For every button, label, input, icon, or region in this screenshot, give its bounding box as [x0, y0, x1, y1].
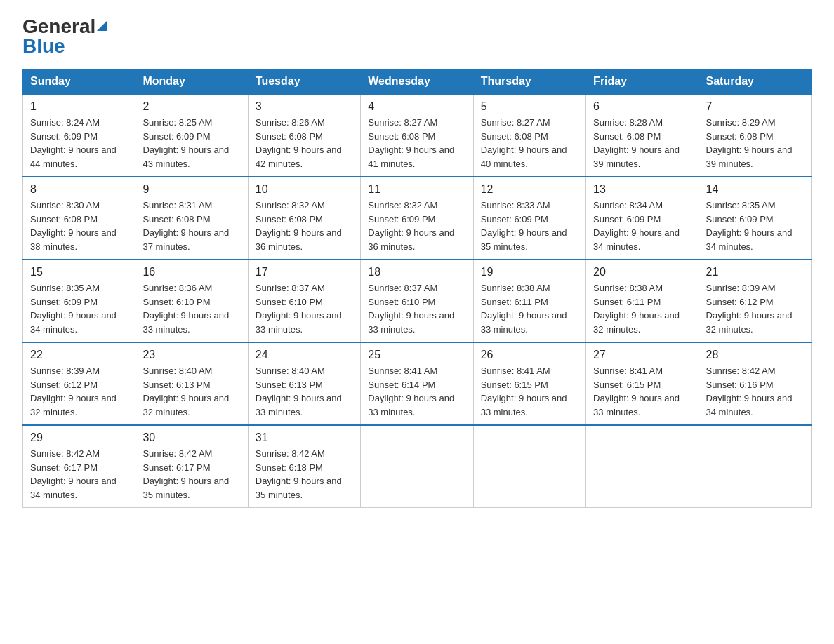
day-number: 5 [481, 100, 578, 113]
day-info: Sunrise: 8:39 AMSunset: 6:12 PMDaylight:… [30, 365, 117, 417]
day-number: 8 [30, 183, 128, 196]
day-info: Sunrise: 8:41 AMSunset: 6:15 PMDaylight:… [481, 365, 567, 417]
calendar-cell [473, 425, 585, 508]
day-number: 27 [593, 349, 691, 361]
calendar-cell: 22 Sunrise: 8:39 AMSunset: 6:12 PMDaylig… [23, 342, 135, 425]
calendar-cell [699, 425, 811, 508]
day-info: Sunrise: 8:32 AMSunset: 6:08 PMDaylight:… [256, 200, 342, 252]
weekday-header-wednesday: Wednesday [361, 69, 473, 95]
calendar-cell: 17 Sunrise: 8:37 AMSunset: 6:10 PMDaylig… [248, 260, 360, 342]
day-number: 19 [481, 266, 578, 279]
day-number: 11 [368, 183, 465, 196]
day-number: 31 [256, 431, 353, 444]
day-number: 4 [368, 100, 465, 113]
calendar-cell: 9 Sunrise: 8:31 AMSunset: 6:08 PMDayligh… [135, 177, 248, 260]
day-info: Sunrise: 8:31 AMSunset: 6:08 PMDaylight:… [143, 200, 229, 252]
logo-triangle-icon [97, 21, 107, 31]
day-number: 24 [256, 349, 353, 361]
day-info: Sunrise: 8:38 AMSunset: 6:11 PMDaylight:… [593, 283, 680, 335]
day-info: Sunrise: 8:32 AMSunset: 6:09 PMDaylight:… [368, 200, 454, 252]
day-info: Sunrise: 8:27 AMSunset: 6:08 PMDaylight:… [368, 117, 454, 169]
day-number: 20 [593, 266, 691, 279]
day-info: Sunrise: 8:40 AMSunset: 6:13 PMDaylight:… [143, 365, 229, 417]
weekday-header-monday: Monday [135, 69, 248, 95]
day-number: 14 [706, 183, 804, 196]
calendar-cell: 25 Sunrise: 8:41 AMSunset: 6:14 PMDaylig… [361, 342, 473, 425]
day-number: 9 [143, 183, 240, 196]
calendar-cell: 21 Sunrise: 8:39 AMSunset: 6:12 PMDaylig… [699, 260, 811, 342]
day-number: 23 [143, 349, 240, 361]
day-info: Sunrise: 8:42 AMSunset: 6:17 PMDaylight:… [143, 448, 229, 500]
day-info: Sunrise: 8:29 AMSunset: 6:08 PMDaylight:… [706, 117, 793, 169]
logo: General Blue [22, 17, 107, 56]
day-info: Sunrise: 8:34 AMSunset: 6:09 PMDaylight:… [593, 200, 680, 252]
day-info: Sunrise: 8:37 AMSunset: 6:10 PMDaylight:… [368, 283, 454, 335]
calendar-body: 1 Sunrise: 8:24 AMSunset: 6:09 PMDayligh… [23, 94, 812, 508]
day-number: 1 [30, 100, 128, 113]
calendar-week-row: 22 Sunrise: 8:39 AMSunset: 6:12 PMDaylig… [23, 342, 812, 425]
calendar-cell [586, 425, 699, 508]
page-header: General Blue [22, 17, 812, 56]
day-number: 15 [30, 266, 128, 279]
calendar-cell: 14 Sunrise: 8:35 AMSunset: 6:09 PMDaylig… [699, 177, 811, 260]
day-info: Sunrise: 8:41 AMSunset: 6:14 PMDaylight:… [368, 365, 454, 417]
day-info: Sunrise: 8:27 AMSunset: 6:08 PMDaylight:… [481, 117, 567, 169]
day-number: 28 [706, 349, 804, 361]
day-number: 12 [481, 183, 578, 196]
day-number: 7 [706, 100, 804, 113]
calendar-week-row: 1 Sunrise: 8:24 AMSunset: 6:09 PMDayligh… [23, 94, 812, 177]
day-info: Sunrise: 8:38 AMSunset: 6:11 PMDaylight:… [481, 283, 567, 335]
calendar-table: SundayMondayTuesdayWednesdayThursdayFrid… [22, 69, 812, 508]
calendar-cell: 13 Sunrise: 8:34 AMSunset: 6:09 PMDaylig… [586, 177, 699, 260]
day-number: 26 [481, 349, 578, 361]
day-info: Sunrise: 8:36 AMSunset: 6:10 PMDaylight:… [143, 283, 229, 335]
calendar-cell: 31 Sunrise: 8:42 AMSunset: 6:18 PMDaylig… [248, 425, 360, 508]
calendar-cell: 11 Sunrise: 8:32 AMSunset: 6:09 PMDaylig… [361, 177, 473, 260]
calendar-cell: 10 Sunrise: 8:32 AMSunset: 6:08 PMDaylig… [248, 177, 360, 260]
calendar-cell: 28 Sunrise: 8:42 AMSunset: 6:16 PMDaylig… [699, 342, 811, 425]
day-number: 22 [30, 349, 128, 361]
calendar-cell: 27 Sunrise: 8:41 AMSunset: 6:15 PMDaylig… [586, 342, 699, 425]
weekday-header-thursday: Thursday [473, 69, 585, 95]
weekday-header-saturday: Saturday [699, 69, 811, 95]
day-info: Sunrise: 8:30 AMSunset: 6:08 PMDaylight:… [30, 200, 117, 252]
day-info: Sunrise: 8:24 AMSunset: 6:09 PMDaylight:… [30, 117, 117, 169]
day-info: Sunrise: 8:40 AMSunset: 6:13 PMDaylight:… [256, 365, 342, 417]
day-info: Sunrise: 8:28 AMSunset: 6:08 PMDaylight:… [593, 117, 680, 169]
calendar-cell: 26 Sunrise: 8:41 AMSunset: 6:15 PMDaylig… [473, 342, 585, 425]
logo-general-text: General [22, 17, 95, 36]
day-number: 2 [143, 100, 240, 113]
weekday-header-row: SundayMondayTuesdayWednesdayThursdayFrid… [23, 69, 812, 95]
calendar-cell: 18 Sunrise: 8:37 AMSunset: 6:10 PMDaylig… [361, 260, 473, 342]
day-info: Sunrise: 8:41 AMSunset: 6:15 PMDaylight:… [593, 365, 680, 417]
calendar-cell: 2 Sunrise: 8:25 AMSunset: 6:09 PMDayligh… [135, 94, 248, 177]
day-info: Sunrise: 8:35 AMSunset: 6:09 PMDaylight:… [30, 283, 117, 335]
day-number: 18 [368, 266, 465, 279]
day-number: 3 [256, 100, 353, 113]
calendar-cell [361, 425, 473, 508]
calendar-cell: 5 Sunrise: 8:27 AMSunset: 6:08 PMDayligh… [473, 94, 585, 177]
calendar-cell: 20 Sunrise: 8:38 AMSunset: 6:11 PMDaylig… [586, 260, 699, 342]
calendar-week-row: 15 Sunrise: 8:35 AMSunset: 6:09 PMDaylig… [23, 260, 812, 342]
logo-blue-text: Blue [22, 35, 65, 57]
calendar-cell: 23 Sunrise: 8:40 AMSunset: 6:13 PMDaylig… [135, 342, 248, 425]
calendar-cell: 16 Sunrise: 8:36 AMSunset: 6:10 PMDaylig… [135, 260, 248, 342]
day-info: Sunrise: 8:35 AMSunset: 6:09 PMDaylight:… [706, 200, 793, 252]
calendar-cell: 19 Sunrise: 8:38 AMSunset: 6:11 PMDaylig… [473, 260, 585, 342]
calendar-cell: 8 Sunrise: 8:30 AMSunset: 6:08 PMDayligh… [23, 177, 135, 260]
day-info: Sunrise: 8:42 AMSunset: 6:18 PMDaylight:… [256, 448, 342, 500]
calendar-cell: 24 Sunrise: 8:40 AMSunset: 6:13 PMDaylig… [248, 342, 360, 425]
day-number: 13 [593, 183, 691, 196]
day-info: Sunrise: 8:25 AMSunset: 6:09 PMDaylight:… [143, 117, 229, 169]
day-number: 29 [30, 431, 128, 444]
day-number: 6 [593, 100, 691, 113]
day-number: 30 [143, 431, 240, 444]
calendar-cell: 29 Sunrise: 8:42 AMSunset: 6:17 PMDaylig… [23, 425, 135, 508]
calendar-cell: 3 Sunrise: 8:26 AMSunset: 6:08 PMDayligh… [248, 94, 360, 177]
calendar-cell: 30 Sunrise: 8:42 AMSunset: 6:17 PMDaylig… [135, 425, 248, 508]
day-info: Sunrise: 8:39 AMSunset: 6:12 PMDaylight:… [706, 283, 793, 335]
day-info: Sunrise: 8:42 AMSunset: 6:17 PMDaylight:… [30, 448, 117, 500]
calendar-cell: 6 Sunrise: 8:28 AMSunset: 6:08 PMDayligh… [586, 94, 699, 177]
day-number: 17 [256, 266, 353, 279]
calendar-cell: 15 Sunrise: 8:35 AMSunset: 6:09 PMDaylig… [23, 260, 135, 342]
